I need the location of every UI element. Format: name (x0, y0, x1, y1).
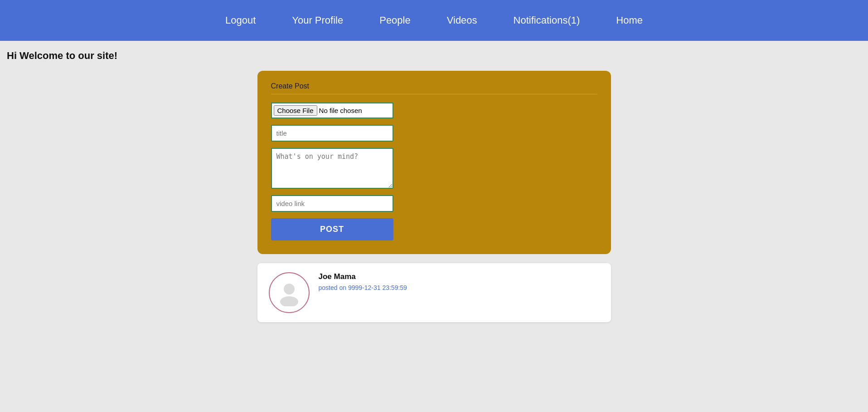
svg-point-1 (280, 296, 298, 306)
welcome-message: Hi Welcome to our site! (0, 41, 868, 71)
file-input-wrapper (271, 103, 597, 118)
nav-people[interactable]: People (361, 15, 429, 26)
post-date: posted on 9999-12-31 23:59:59 (319, 284, 407, 291)
create-post-label: Create Post (271, 82, 597, 90)
nav-logout[interactable]: Logout (207, 15, 274, 26)
main-content: Create Post POST Joe Mama posted on 9999… (0, 71, 868, 331)
nav-videos[interactable]: Videos (429, 15, 495, 26)
main-nav: Logout Your Profile People Videos Notifi… (0, 0, 868, 41)
file-input[interactable] (271, 103, 393, 118)
post-button[interactable]: POST (271, 218, 393, 240)
post-card: Joe Mama posted on 9999-12-31 23:59:59 (257, 263, 611, 322)
video-link-input[interactable] (271, 195, 393, 212)
create-post-card: Create Post POST (257, 71, 611, 254)
nav-your-profile[interactable]: Your Profile (274, 15, 361, 26)
post-info: Joe Mama posted on 9999-12-31 23:59:59 (319, 272, 407, 291)
avatar (269, 272, 310, 313)
title-input[interactable] (271, 125, 393, 142)
nav-notifications[interactable]: Notifications(1) (495, 15, 598, 26)
body-input[interactable] (271, 148, 393, 189)
svg-point-0 (284, 284, 295, 294)
post-username: Joe Mama (319, 272, 407, 281)
divider (271, 94, 597, 94)
nav-home[interactable]: Home (598, 15, 661, 26)
